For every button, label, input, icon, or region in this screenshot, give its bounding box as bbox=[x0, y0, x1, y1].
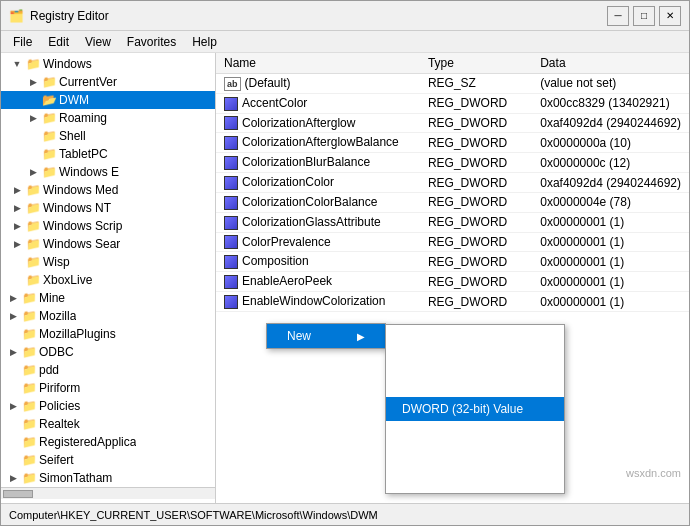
tree-item-tabletpc[interactable]: 📁 TabletPC bbox=[1, 145, 215, 163]
scroll-thumb[interactable] bbox=[3, 490, 33, 498]
cell-data: 0x0000000a (10) bbox=[532, 133, 689, 153]
tree-item-odbc[interactable]: 📁 ODBC bbox=[1, 343, 215, 361]
table-row[interactable]: ab(Default)REG_SZ(value not set) bbox=[216, 74, 689, 94]
cell-type: REG_DWORD bbox=[420, 93, 532, 113]
expand-arrow bbox=[9, 272, 25, 288]
folder-icon: 📁 bbox=[25, 182, 41, 198]
tree-item-windowssear[interactable]: 📁 Windows Sear bbox=[1, 235, 215, 253]
tree-item-wisp[interactable]: 📁 Wisp bbox=[1, 253, 215, 271]
tree-item-windowsmed[interactable]: 📁 Windows Med bbox=[1, 181, 215, 199]
name-text: EnableAeroPeek bbox=[242, 274, 332, 288]
tree-label: Windows Med bbox=[43, 183, 118, 197]
window-title: Registry Editor bbox=[30, 9, 109, 23]
cell-type: REG_DWORD bbox=[420, 292, 532, 312]
table-row[interactable]: ColorizationGlassAttributeREG_DWORD0x000… bbox=[216, 212, 689, 232]
menu-help[interactable]: Help bbox=[184, 33, 225, 51]
folder-icon: 📁 bbox=[41, 128, 57, 144]
maximize-button[interactable]: □ bbox=[633, 6, 655, 26]
table-row[interactable]: AccentColorREG_DWORD0x00cc8329 (13402921… bbox=[216, 93, 689, 113]
submenu-item[interactable]: Multi-String Value bbox=[386, 445, 564, 469]
expand-arrow bbox=[5, 326, 21, 342]
submenu-item[interactable]: Key bbox=[386, 325, 564, 349]
table-row[interactable]: EnableWindowColorizationREG_DWORD0x00000… bbox=[216, 292, 689, 312]
tree-item-dwm[interactable]: 📂 DWM bbox=[1, 91, 215, 109]
cell-data: 0x00000001 (1) bbox=[532, 252, 689, 272]
submenu-item[interactable]: String Value bbox=[386, 349, 564, 373]
submenu-item[interactable]: QWORD (64-bit) Value bbox=[386, 421, 564, 445]
table-row[interactable]: EnableAeroPeekREG_DWORD0x00000001 (1) bbox=[216, 272, 689, 292]
dword-icon bbox=[224, 235, 238, 249]
tree-item-policies[interactable]: 📁 Policies bbox=[1, 397, 215, 415]
submenu-item[interactable]: DWORD (32-bit) Value bbox=[386, 397, 564, 421]
menu-view[interactable]: View bbox=[77, 33, 119, 51]
expand-arrow bbox=[5, 308, 21, 324]
tree-pane[interactable]: 📁 Windows 📁 CurrentVer 📂 DWM 📁 Roaming bbox=[1, 53, 216, 503]
close-button[interactable]: ✕ bbox=[659, 6, 681, 26]
folder-icon: 📁 bbox=[25, 254, 41, 270]
cell-type: REG_DWORD bbox=[420, 133, 532, 153]
minimize-button[interactable]: ─ bbox=[607, 6, 629, 26]
tree-item-windowsnt[interactable]: 📁 Windows NT bbox=[1, 199, 215, 217]
cell-data: 0x00000001 (1) bbox=[532, 272, 689, 292]
menu-file[interactable]: File bbox=[5, 33, 40, 51]
cell-type: REG_DWORD bbox=[420, 192, 532, 212]
table-row[interactable]: ColorizationAfterglowREG_DWORD0xaf4092d4… bbox=[216, 113, 689, 133]
cell-data: 0xaf4092d4 (2940244692) bbox=[532, 113, 689, 133]
folder-icon: 📁 bbox=[21, 380, 37, 396]
name-text: ColorizationGlassAttribute bbox=[242, 215, 381, 229]
expand-arrow bbox=[9, 236, 25, 252]
cell-name: AccentColor bbox=[216, 93, 420, 113]
folder-icon: 📁 bbox=[21, 398, 37, 414]
context-menu-new[interactable]: New ▶ KeyString ValueBinary ValueDWORD (… bbox=[267, 324, 385, 348]
table-row[interactable]: CompositionREG_DWORD0x00000001 (1) bbox=[216, 252, 689, 272]
cell-data: 0x00cc8329 (13402921) bbox=[532, 93, 689, 113]
tree-item-piriform[interactable]: 📁 Piriform bbox=[1, 379, 215, 397]
tree-label: pdd bbox=[39, 363, 59, 377]
registry-editor-window: 🗂️ Registry Editor ─ □ ✕ File Edit View … bbox=[0, 0, 690, 526]
menu-favorites[interactable]: Favorites bbox=[119, 33, 184, 51]
folder-icon: 📁 bbox=[21, 434, 37, 450]
menu-edit[interactable]: Edit bbox=[40, 33, 77, 51]
tree-item-seifert[interactable]: 📁 Seifert bbox=[1, 451, 215, 469]
tree-item-pdd[interactable]: 📁 pdd bbox=[1, 361, 215, 379]
expand-arrow bbox=[5, 434, 21, 450]
cell-name: ColorizationColorBalance bbox=[216, 192, 420, 212]
tree-item-xboxlive[interactable]: 📁 XboxLive bbox=[1, 271, 215, 289]
tree-item-windowsscri[interactable]: 📁 Windows Scrip bbox=[1, 217, 215, 235]
main-content: 📁 Windows 📁 CurrentVer 📂 DWM 📁 Roaming bbox=[1, 53, 689, 503]
app-icon: 🗂️ bbox=[9, 9, 24, 23]
table-row[interactable]: ColorizationColorREG_DWORD0xaf4092d4 (29… bbox=[216, 173, 689, 193]
tree-item-roaming[interactable]: 📁 Roaming bbox=[1, 109, 215, 127]
name-text: ColorizationAfterglowBalance bbox=[242, 135, 399, 149]
tree-label: ODBC bbox=[39, 345, 74, 359]
tree-item-mine[interactable]: 📁 Mine bbox=[1, 289, 215, 307]
folder-icon: 📁 bbox=[21, 308, 37, 324]
submenu-item[interactable]: Binary Value bbox=[386, 373, 564, 397]
submenu-item[interactable]: Expandable String Value bbox=[386, 469, 564, 493]
table-row[interactable]: ColorizationBlurBalanceREG_DWORD0x000000… bbox=[216, 153, 689, 173]
dword-icon bbox=[224, 97, 238, 111]
tree-item-mozilla[interactable]: 📁 Mozilla bbox=[1, 307, 215, 325]
tree-item-windows[interactable]: 📁 Windows bbox=[1, 55, 215, 73]
tree-item-shell[interactable]: 📁 Shell bbox=[1, 127, 215, 145]
tree-item-currentver[interactable]: 📁 CurrentVer bbox=[1, 73, 215, 91]
table-row[interactable]: ColorizationColorBalanceREG_DWORD0x00000… bbox=[216, 192, 689, 212]
expand-arrow bbox=[25, 146, 41, 162]
cell-name: Composition bbox=[216, 252, 420, 272]
expand-arrow bbox=[5, 380, 21, 396]
dword-icon bbox=[224, 176, 238, 190]
tree-item-windowse[interactable]: 📁 Windows E bbox=[1, 163, 215, 181]
dword-icon bbox=[224, 196, 238, 210]
tree-item-realtek[interactable]: 📁 Realtek bbox=[1, 415, 215, 433]
expand-arrow bbox=[5, 452, 21, 468]
tree-item-registeredapplica[interactable]: 📁 RegisteredApplica bbox=[1, 433, 215, 451]
tree-item-simonatham[interactable]: 📁 SimonTatham bbox=[1, 469, 215, 487]
tree-hscrollbar[interactable] bbox=[1, 487, 215, 499]
table-row[interactable]: ColorPrevalenceREG_DWORD0x00000001 (1) bbox=[216, 232, 689, 252]
folder-icon: 📁 bbox=[25, 200, 41, 216]
cell-name: ColorizationColor bbox=[216, 173, 420, 193]
tree-item-mozillaplugins[interactable]: 📁 MozillaPlugins bbox=[1, 325, 215, 343]
table-row[interactable]: ColorizationAfterglowBalanceREG_DWORD0x0… bbox=[216, 133, 689, 153]
folder-icon: 📁 bbox=[41, 146, 57, 162]
detail-pane: Name Type Data ab(Default)REG_SZ(value n… bbox=[216, 53, 689, 503]
